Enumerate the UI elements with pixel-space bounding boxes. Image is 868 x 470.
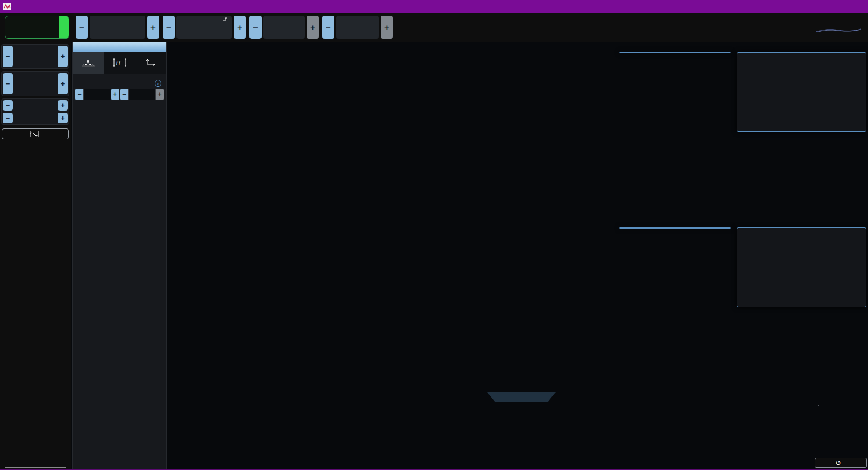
sidebar: − + − + − + − [0, 42, 71, 470]
range-icon [81, 58, 96, 67]
rulers-panel-1[interactable] [619, 52, 731, 53]
tab-axis[interactable] [135, 52, 166, 74]
spectrum-range-decrease-button[interactable]: − [76, 16, 88, 39]
tab-measurements[interactable] [487, 392, 556, 402]
sidebar-scrollbar[interactable] [5, 467, 66, 468]
start-value[interactable] [83, 89, 111, 100]
pico-logo [816, 28, 861, 34]
tab-range[interactable] [73, 52, 104, 74]
spectrum-range-increase-button[interactable]: + [147, 16, 159, 39]
spectrum-panel-title[interactable] [73, 42, 166, 52]
close-button[interactable] [845, 0, 868, 13]
waveform-next-button[interactable]: + [307, 16, 319, 39]
toolbar: − + − [0, 13, 868, 42]
start-increase-button[interactable]: + [111, 89, 119, 100]
start-decrease-button[interactable]: − [75, 89, 83, 100]
bins-icon: f f [112, 58, 127, 67]
app-icon [3, 3, 11, 10]
zoom-panel-1[interactable] [737, 52, 866, 132]
channel-b-decrease-button[interactable]: − [3, 73, 13, 94]
waveform-group: − + [249, 16, 319, 39]
spectrum-settings-panel: f f i − + − + [72, 42, 167, 470]
minimize-button[interactable] [799, 0, 822, 13]
gen-off-decrease-button[interactable]: − [3, 113, 13, 123]
reset-history-icon: ↺ [835, 459, 841, 467]
svg-text:f f: f f [116, 60, 121, 65]
deepmeasure-channel-button[interactable] [2, 128, 69, 139]
trigger-increase-button[interactable]: + [234, 16, 246, 39]
generator-card: − + − + [1, 98, 69, 125]
channel-a-card[interactable]: − + [1, 44, 69, 69]
tab-bins[interactable]: f f [104, 52, 135, 74]
gen-label[interactable] [14, 99, 57, 112]
pico-wave-icon [816, 28, 861, 32]
stop-increase-button[interactable]: + [156, 89, 164, 100]
hardware-resolution-decrease-button[interactable]: − [322, 16, 334, 39]
channel-b-increase-button[interactable]: + [58, 73, 68, 94]
hardware-resolution-increase-button[interactable]: + [381, 16, 393, 39]
trigger-body[interactable] [176, 16, 232, 39]
running-indicator [59, 16, 69, 38]
waveform-body[interactable] [263, 16, 305, 39]
spectrum-range-body[interactable] [90, 16, 145, 39]
trigger-group: − + [163, 16, 246, 39]
trigger-decrease-button[interactable]: − [163, 16, 175, 39]
stop-decrease-button[interactable]: − [120, 89, 128, 100]
axis-icon [143, 58, 158, 67]
channel-a-decrease-button[interactable]: − [3, 46, 13, 67]
spectrum-range-group: − + [76, 16, 159, 39]
title-bar [0, 0, 868, 13]
zoom-panel-2[interactable] [737, 227, 866, 307]
reset-button[interactable]: ↺ [815, 458, 867, 468]
info-icon[interactable]: i [155, 80, 161, 87]
hardware-resolution-group: − + [322, 16, 393, 39]
hardware-resolution-body[interactable] [336, 16, 379, 39]
channel-a-increase-button[interactable]: + [58, 46, 68, 67]
trigger-info [223, 17, 228, 37]
channel-b-card[interactable]: − + [1, 71, 69, 96]
gen-off-increase-button[interactable]: + [58, 113, 68, 123]
deepmeasure-wave-icon [30, 131, 39, 137]
restore-button[interactable] [822, 0, 845, 13]
measurements-bar: ↺ [168, 392, 868, 469]
running-label [5, 16, 59, 38]
rulers-panel-2[interactable] [619, 227, 731, 229]
stop-value[interactable] [128, 89, 156, 100]
edge-icon [223, 17, 228, 21]
measurement-size-toggle [818, 405, 819, 406]
waveform-previous-button[interactable]: − [249, 16, 262, 39]
gen-increase-button[interactable]: + [58, 100, 68, 111]
gen-off-label[interactable] [14, 112, 57, 124]
running-button[interactable] [5, 16, 69, 39]
start-frequency-stepper: − + [75, 89, 119, 100]
stop-frequency-stepper: − + [120, 89, 164, 100]
gen-decrease-button[interactable]: − [3, 100, 13, 111]
